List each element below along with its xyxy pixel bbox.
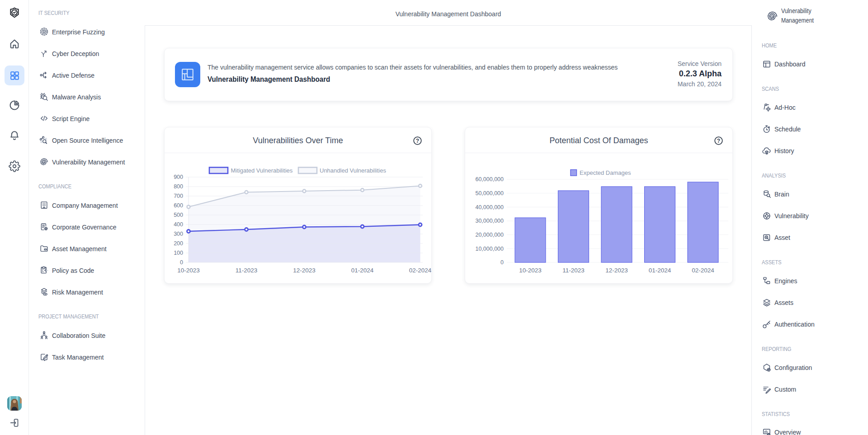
svg-text:500: 500	[174, 212, 183, 218]
svg-text:Mitigated Vulnerabilities: Mitigated Vulnerabilities	[231, 167, 293, 174]
svg-text:12-2023: 12-2023	[293, 267, 316, 274]
svg-text:?: ?	[717, 138, 720, 144]
svg-text:Expected Damages: Expected Damages	[580, 169, 631, 176]
svg-text:0: 0	[180, 259, 183, 266]
svg-text:12-2023: 12-2023	[605, 267, 628, 274]
svg-text:?: ?	[416, 138, 419, 144]
svg-text:900: 900	[174, 174, 183, 180]
svg-text:0: 0	[500, 259, 504, 266]
svg-text:11-2023: 11-2023	[236, 267, 258, 274]
svg-text:01-2024: 01-2024	[649, 267, 671, 274]
svg-text:50,000,000: 50,000,000	[475, 190, 504, 196]
svg-text:02-2024: 02-2024	[692, 267, 714, 274]
svg-text:600: 600	[174, 202, 183, 209]
svg-text:10,000,000: 10,000,000	[475, 246, 504, 252]
svg-text:400: 400	[174, 221, 183, 228]
svg-text:30,000,000: 30,000,000	[475, 218, 504, 224]
svg-text:40,000,000: 40,000,000	[475, 204, 504, 210]
svg-text:800: 800	[174, 183, 183, 190]
svg-text:10-2023: 10-2023	[177, 267, 200, 274]
svg-text:01-2024: 01-2024	[351, 267, 374, 274]
svg-text:200: 200	[174, 240, 183, 247]
svg-text:10-2023: 10-2023	[519, 267, 542, 274]
svg-text:02-2024: 02-2024	[409, 267, 432, 274]
svg-text:60,000,000: 60,000,000	[475, 176, 504, 182]
svg-text:100: 100	[174, 250, 183, 256]
svg-text:11-2023: 11-2023	[562, 267, 585, 274]
svg-text:700: 700	[174, 193, 183, 199]
svg-text:Unhandled Vulnerabilities: Unhandled Vulnerabilities	[320, 167, 386, 174]
svg-text:20,000,000: 20,000,000	[475, 232, 504, 238]
svg-text:300: 300	[174, 231, 183, 237]
